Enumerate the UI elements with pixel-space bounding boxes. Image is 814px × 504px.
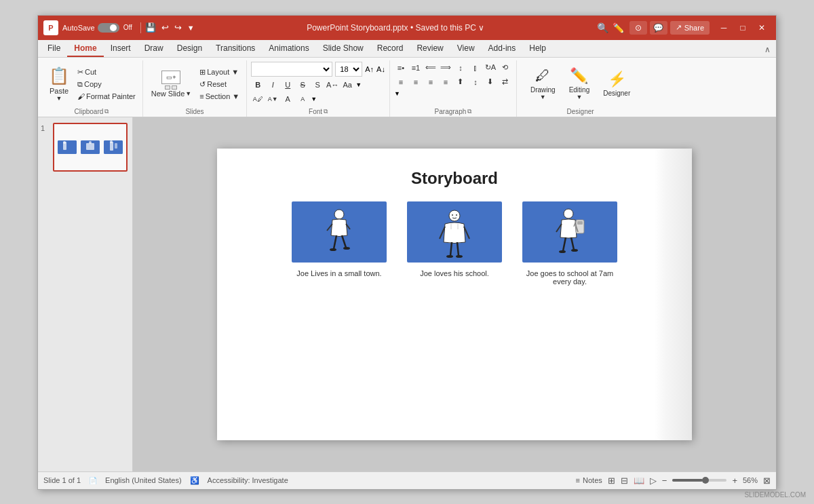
italic-button[interactable]: I	[266, 79, 279, 91]
change-case-button[interactable]: Aa	[341, 79, 354, 91]
align-middle[interactable]: ↕	[469, 76, 482, 88]
align-top[interactable]: ⬆	[454, 76, 467, 88]
align-right[interactable]: ≡	[424, 76, 438, 88]
tab-home[interactable]: Home	[67, 41, 103, 57]
comments-btn[interactable]: 💬	[650, 21, 667, 35]
storyboard-image-1	[292, 201, 387, 263]
font-color-button[interactable]: A▼	[266, 93, 279, 105]
tab-animations[interactable]: Animations	[262, 41, 315, 57]
present-btn[interactable]: ⊙	[629, 21, 647, 35]
paragraph-more[interactable]: ▼	[394, 90, 400, 97]
slide-canvas[interactable]: Storyboard	[217, 149, 692, 440]
fit-slide-icon[interactable]: ⊠	[763, 476, 771, 486]
rtl-ltr[interactable]: ⇄	[499, 76, 512, 88]
font-expand[interactable]: ⧉	[324, 108, 328, 115]
save-icon[interactable]: 💾	[145, 22, 156, 33]
status-bar: Slide 1 of 1 📄 English (United States) ♿…	[38, 471, 776, 489]
tab-transitions[interactable]: Transitions	[209, 41, 262, 57]
color-more[interactable]: ▼	[311, 96, 317, 102]
minimize-button[interactable]: ─	[715, 20, 733, 35]
section-button[interactable]: ≡Section ▼	[197, 91, 242, 102]
numbering-button[interactable]: ≡1	[409, 62, 423, 74]
align-bottom[interactable]: ⬇	[484, 76, 497, 88]
format-painter-button[interactable]: 🖌Format Painter	[75, 91, 138, 102]
slide-thumbnail[interactable]	[53, 123, 128, 172]
pen-icon[interactable]: ✏️	[613, 22, 624, 33]
restore-button[interactable]: □	[734, 20, 752, 35]
svg-point-17	[343, 247, 350, 250]
tab-insert[interactable]: Insert	[104, 41, 138, 57]
notes-button[interactable]: ≡ Notes	[576, 476, 602, 484]
font-more[interactable]: ▼	[355, 81, 362, 88]
slide-sorter-icon[interactable]: ⊟	[621, 476, 628, 486]
cut-button[interactable]: ✂Cut	[75, 66, 138, 78]
font-name-select[interactable]	[251, 62, 332, 77]
presenter-view-icon[interactable]: ▷	[650, 476, 657, 486]
notes-icon[interactable]: 📄	[89, 477, 97, 484]
font-decrease[interactable]: A↓	[376, 65, 385, 73]
slides-panel: 1	[38, 117, 133, 471]
quick-access-toolbar[interactable]: 💾 ↩ ↪ ▼	[145, 22, 195, 33]
designer-button[interactable]: ⚡ Designer	[599, 68, 634, 100]
paragraph-content: ≡• ≡1 ⟸ ⟹ ↕ ⫿ ↻A ⟲ ≡ ≡ ≡ ≡ ⬆ ↕ ⬇	[394, 60, 512, 108]
storyboard-caption-3: Joe goes to school at 7am every day.	[522, 269, 617, 286]
tab-file[interactable]: File	[41, 41, 67, 57]
font-size-select[interactable]: 18	[335, 62, 362, 77]
accessibility-label[interactable]: Accessibility: Investigate	[208, 476, 288, 484]
paragraph-expand[interactable]: ⧉	[467, 108, 471, 115]
reading-view-icon[interactable]: 📖	[634, 476, 644, 486]
svg-rect-7	[110, 142, 113, 151]
zoom-slider[interactable]	[672, 479, 726, 482]
editing-button[interactable]: ✏️ Editing ▼	[565, 64, 594, 103]
search-icon[interactable]: 🔍	[597, 22, 608, 33]
justify[interactable]: ≡	[439, 76, 452, 88]
underline-button[interactable]: U	[281, 79, 294, 91]
tab-draw[interactable]: Draw	[138, 41, 170, 57]
accessibility-icon[interactable]: ♿	[190, 476, 199, 485]
tab-help[interactable]: Help	[522, 41, 553, 57]
align-center[interactable]: ≡	[409, 76, 423, 88]
share-button[interactable]: ↗ Share	[670, 21, 710, 35]
char-spacing-button[interactable]: A↔	[326, 79, 339, 91]
convert-smartart[interactable]: ⟲	[499, 62, 512, 74]
bullets-button[interactable]: ≡•	[394, 62, 408, 74]
increase-indent[interactable]: ⟹	[439, 62, 452, 74]
text-direction[interactable]: ↻A	[484, 62, 497, 74]
window-controls[interactable]: ─ □ ✕	[715, 20, 771, 35]
new-slide-button[interactable]: ▭+ New Slide ▼	[147, 68, 195, 100]
tab-record[interactable]: Record	[370, 41, 410, 57]
drawing-button[interactable]: 🖊 Drawing ▼	[526, 64, 560, 103]
reset-button[interactable]: ↺Reset	[197, 79, 242, 90]
line-spacing[interactable]: ↕	[454, 62, 467, 74]
tab-view[interactable]: View	[450, 41, 482, 57]
autosave-toggle[interactable]	[98, 23, 119, 33]
copy-button[interactable]: ⧉Copy	[75, 79, 138, 90]
tab-slideshow[interactable]: Slide Show	[316, 41, 370, 57]
decrease-indent[interactable]: ⟸	[424, 62, 438, 74]
font-size-large[interactable]: A	[281, 93, 294, 105]
paste-button[interactable]: 📋 Paste ▼	[45, 64, 73, 104]
normal-view-icon[interactable]: ⊞	[608, 476, 615, 486]
layout-button[interactable]: ⊞Layout ▼	[197, 66, 242, 78]
shadow-button[interactable]: S	[311, 79, 324, 91]
strikethrough-button[interactable]: S	[296, 79, 309, 91]
undo-icon[interactable]: ↩	[161, 22, 169, 33]
align-left[interactable]: ≡	[394, 76, 408, 88]
redo-icon[interactable]: ↪	[174, 22, 182, 33]
zoom-out-icon[interactable]: −	[662, 476, 667, 486]
zoom-in-icon[interactable]: +	[732, 476, 737, 486]
tab-review[interactable]: Review	[410, 41, 450, 57]
font-size-small[interactable]: A	[296, 93, 309, 105]
autosave-control[interactable]: AutoSave Off	[62, 23, 132, 33]
slides-group: ▭+ New Slide ▼ ⊞Layout ▼ ↺Reset ≡Sectio	[143, 60, 248, 117]
tab-design[interactable]: Design	[170, 41, 209, 57]
highlight-button[interactable]: A🖊	[251, 93, 265, 105]
ribbon-collapse[interactable]: ∧	[762, 42, 773, 57]
customize-icon[interactable]: ▼	[187, 24, 195, 32]
clipboard-expand[interactable]: ⧉	[104, 108, 109, 115]
tab-addins[interactable]: Add-ins	[482, 41, 523, 57]
bold-button[interactable]: B	[251, 79, 265, 91]
close-button[interactable]: ✕	[753, 20, 771, 35]
columns-button[interactable]: ⫿	[469, 62, 482, 74]
font-increase[interactable]: A↑	[365, 65, 374, 73]
